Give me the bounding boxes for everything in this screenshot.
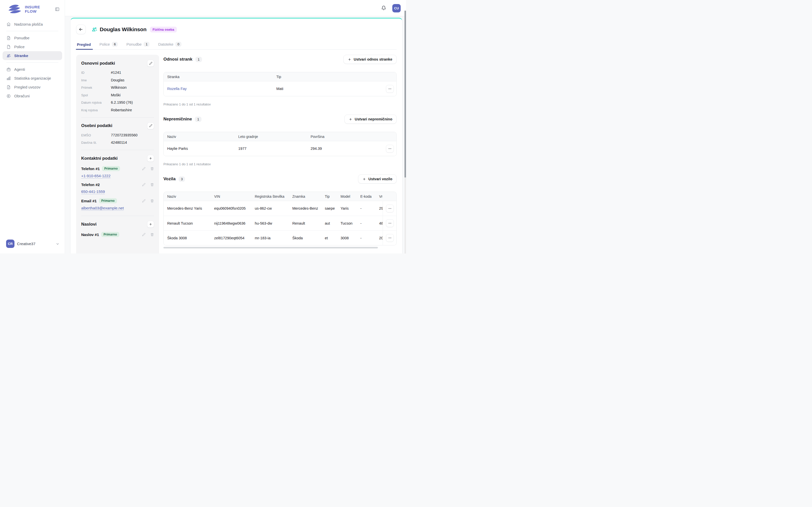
- bar-chart-icon: [6, 76, 11, 80]
- create-vehicle-button[interactable]: Ustvari vozilo: [358, 174, 397, 183]
- col-header: Leto gradnje: [235, 134, 307, 139]
- home-icon: [6, 22, 11, 26]
- create-relation-button[interactable]: Ustvari odnos stranke: [343, 55, 397, 64]
- sidebar-item-label: Police: [14, 45, 24, 49]
- workspace-name: Creative37: [17, 241, 36, 246]
- client-header: Douglas Wilkinson Fizična oseba: [76, 23, 397, 34]
- pinned-actions-cell: [383, 231, 396, 245]
- row-actions-button[interactable]: [386, 145, 394, 153]
- sidebar-item-statistika-organizacije[interactable]: Statistika organizacije: [3, 74, 62, 82]
- cell-leto: 1977: [235, 147, 307, 151]
- sidebar-item-obracuni[interactable]: Obračuni: [3, 92, 62, 100]
- add-address-button[interactable]: [147, 221, 154, 228]
- scrollbar-track: [404, 177, 406, 253]
- col-header: Površina: [307, 134, 381, 139]
- phone-link[interactable]: 650-441-1559: [81, 189, 105, 194]
- brand-name: INSURE FLOW: [25, 5, 40, 14]
- user-avatar[interactable]: CU: [392, 4, 401, 12]
- button-label: Ustvari nepremičnino: [355, 117, 392, 121]
- cell-ekoda: -: [357, 206, 375, 210]
- field-value: 7720723935560: [111, 133, 154, 137]
- trash-icon[interactable]: [150, 199, 154, 203]
- row-actions-button[interactable]: [386, 205, 394, 213]
- field-label: ID: [81, 71, 111, 74]
- pencil-icon[interactable]: [142, 199, 146, 203]
- hscroll-thumb[interactable]: [163, 247, 378, 248]
- contact-actions: [142, 233, 154, 236]
- section-vozila-header: Vozila 3 Ustvari vozilo: [163, 174, 397, 183]
- tab-police[interactable]: Police 6: [99, 42, 118, 49]
- sidebar-item-ponudbe[interactable]: Ponudbe: [3, 34, 62, 42]
- cell-vrednost: 20609: [375, 236, 383, 240]
- field-value: 6.2.1950 (76): [111, 100, 154, 104]
- cell-registrska: mr-183-ia: [251, 236, 289, 240]
- pencil-icon[interactable]: [142, 183, 146, 186]
- edit-osebni-button[interactable]: [147, 122, 154, 129]
- section-title: Nepremičnine: [163, 117, 192, 122]
- contact-entry-head: Telefon #2: [81, 182, 154, 187]
- phone-link[interactable]: +1-910-654-1222: [81, 174, 111, 178]
- contact-entry-head: Email #1 Primarno: [81, 198, 154, 203]
- row-actions-button[interactable]: [386, 219, 394, 227]
- email-link[interactable]: albertha03@example.net: [81, 206, 124, 210]
- create-property-button[interactable]: Ustvari nepremičnino: [344, 115, 397, 124]
- edit-osnovni-button[interactable]: [147, 60, 154, 67]
- sidebar-collapse-icon[interactable]: [55, 7, 60, 12]
- content-columns: Osnovni podatki ID#1241 ImeDouglas Priim…: [76, 55, 397, 253]
- file-check-icon: [6, 85, 11, 90]
- sidebar-item-agenti[interactable]: Agenti: [3, 65, 62, 74]
- row-actions-button[interactable]: [386, 85, 394, 93]
- contact-label: Email #1: [81, 199, 97, 203]
- col-header: VIN: [211, 194, 251, 199]
- field-value: Moški: [111, 93, 154, 97]
- sidebar: INSURE FLOW Nadzorna plošča Ponudbe Poli…: [0, 0, 65, 253]
- add-contact-button[interactable]: [147, 155, 154, 162]
- contact-entry-phone2: Telefon #2 650-441-1559: [81, 182, 154, 194]
- sidebar-item-nadzorna-plosca[interactable]: Nadzorna plošča: [3, 20, 62, 29]
- field-label: Priimek: [81, 86, 111, 90]
- sidebar-nav: Nadzorna plošča Ponudbe Police Stranke: [0, 18, 65, 100]
- cell-naziv: Renault Tucson: [164, 221, 211, 225]
- tab-datoteke[interactable]: Datoteke 0: [158, 42, 182, 49]
- tab-ponudbe[interactable]: Ponudbe 1: [126, 42, 150, 49]
- sidebar-divider: [6, 31, 58, 31]
- section-title: Naslovi: [81, 222, 96, 227]
- table-horizontal-scrollbar[interactable]: [163, 247, 397, 248]
- cell-ekoda: -: [357, 236, 375, 240]
- notifications-bell-icon[interactable]: [381, 5, 386, 10]
- cell-ekoda: -: [357, 221, 375, 225]
- col-header: Znamka: [289, 194, 321, 199]
- cell-registrska: us-862-cw: [251, 206, 289, 210]
- workspace-switcher[interactable]: CR Creative37: [0, 236, 65, 253]
- sidebar-item-stranke[interactable]: Stranke: [3, 51, 62, 60]
- pencil-icon[interactable]: [142, 233, 146, 236]
- sidebar-item-pregled-uvozov[interactable]: Pregled uvozov: [3, 82, 62, 92]
- cell-vin: nij119648wgw0636: [211, 221, 251, 225]
- sidebar-item-label: Ponudbe: [14, 36, 30, 40]
- cell-znamka: Renault: [289, 221, 321, 225]
- tab-pregled[interactable]: Pregled: [77, 42, 91, 49]
- scrollbar-gap: [404, 0, 406, 11]
- stranka-link[interactable]: Rozella Fay: [167, 87, 187, 91]
- euro-circle-icon: [6, 94, 11, 98]
- sidebar-divider: [6, 62, 58, 63]
- trash-icon[interactable]: [150, 233, 154, 236]
- row-actions-button[interactable]: [386, 234, 394, 242]
- field-label: EMŠO: [81, 133, 111, 137]
- tab-label: Ponudbe: [126, 42, 142, 46]
- cell-naziv: Haylie Parks: [164, 147, 235, 151]
- field-label: Datum rojstva: [81, 101, 111, 104]
- cell-model: Yaris: [337, 206, 357, 210]
- scrollbar-thumb[interactable]: [404, 11, 406, 177]
- cell-tip: Mati: [273, 87, 381, 91]
- section-osnovni-header: Osnovni podatki: [81, 60, 154, 67]
- trash-icon[interactable]: [150, 167, 154, 171]
- cell-model: 3008: [337, 236, 357, 240]
- page-scrollbar[interactable]: [404, 0, 406, 253]
- contact-actions: [142, 199, 154, 203]
- back-button[interactable]: [76, 24, 86, 34]
- sidebar-item-police[interactable]: Police: [3, 42, 62, 51]
- pencil-icon[interactable]: [142, 167, 146, 171]
- tab-label: Datoteke: [158, 42, 173, 46]
- trash-icon[interactable]: [150, 183, 154, 186]
